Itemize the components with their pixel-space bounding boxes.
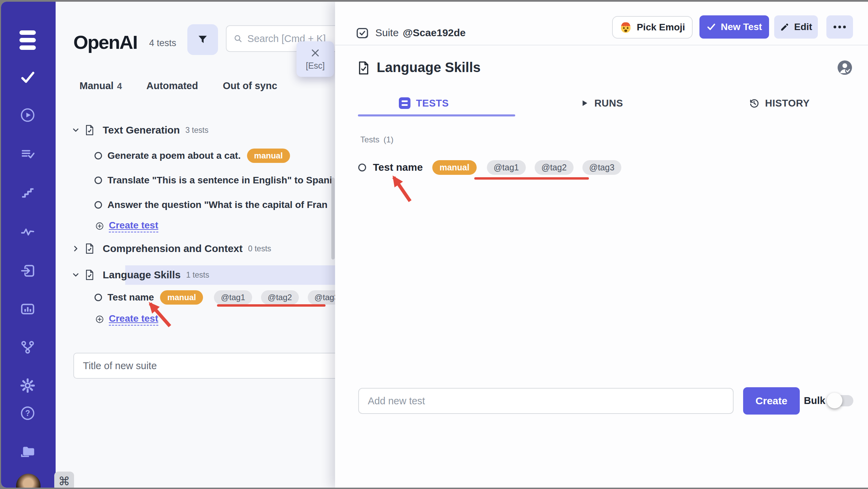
annotation-underline [474, 177, 589, 180]
file-check-icon [84, 124, 95, 136]
list-check-icon[interactable] [20, 146, 35, 162]
tag-pill[interactable]: @tag3 [582, 160, 621, 175]
tests-section-heading: Tests(1) [356, 133, 393, 145]
menu-icon[interactable] [19, 30, 36, 53]
tree-section-comprehension[interactable]: Comprehension and Context 0 tests [71, 239, 271, 258]
tree-test-row[interactable]: Generate a poem about a cat. manual [95, 146, 290, 165]
tests-count: (1) [384, 135, 393, 144]
command-key-badge[interactable]: ⌘ [54, 472, 74, 488]
suite-detail-panel: Suite@Scae192de Pick Emoji New Test Edit [335, 2, 868, 488]
section-title: Comprehension and Context [103, 243, 243, 254]
pick-emoji-button[interactable]: Pick Emoji [612, 16, 693, 39]
suite-prefix: Suite [375, 27, 399, 38]
chevron-down-icon[interactable] [71, 270, 80, 279]
svg-text:?: ? [25, 409, 30, 418]
tab-automated[interactable]: Automated [146, 80, 198, 92]
suite-title: Language Skills [377, 60, 481, 75]
user-avatar[interactable] [16, 474, 41, 488]
test-status-circle [95, 201, 102, 209]
history-clock-icon [749, 98, 760, 109]
test-status-circle [358, 164, 366, 171]
annotation-arrow [386, 170, 416, 204]
new-test-label: New Test [721, 22, 762, 32]
tree-section-text-generation[interactable]: Text Generation 3 tests [71, 121, 208, 140]
sidebar: ? [1, 2, 56, 488]
create-test-link[interactable]: Create test [109, 220, 158, 233]
create-test-row[interactable]: Create test [95, 216, 158, 236]
pencil-icon [780, 22, 790, 32]
new-test-button[interactable]: New Test [699, 15, 769, 39]
add-test-input[interactable] [358, 388, 734, 414]
close-panel-button[interactable]: [Esc] [296, 41, 334, 77]
esc-hint: [Esc] [306, 61, 325, 71]
bulk-toggle[interactable] [827, 392, 853, 409]
git-branch-icon[interactable] [20, 339, 35, 355]
app-window: ? OpenAI 4 tests [Esc] Manual4 Automated… [1, 2, 868, 488]
circle-plus-icon [95, 315, 104, 324]
test-status-circle [95, 294, 102, 301]
bar-chart-icon[interactable] [20, 301, 35, 317]
tree-section-language-skills[interactable]: Language Skills 1 tests [71, 265, 209, 284]
tag-pill[interactable]: @tag1 [487, 160, 526, 175]
test-name: Translate "This is a sentence in English… [107, 175, 332, 186]
tag-pill[interactable]: @tag1 [214, 290, 252, 305]
activity-icon[interactable] [20, 224, 35, 240]
new-suite-input[interactable] [73, 353, 339, 379]
section-count: 1 tests [186, 270, 209, 280]
suite-owner-avatar[interactable] [837, 60, 853, 75]
tree-test-row[interactable]: Translate "This is a sentence in English… [95, 171, 332, 190]
play-circle-icon[interactable] [20, 107, 35, 123]
test-status-circle [95, 152, 102, 159]
check-icon[interactable] [20, 69, 35, 85]
tag-pill[interactable]: @tag2 [261, 290, 299, 305]
file-check-icon [84, 243, 95, 254]
funnel-icon [197, 34, 208, 45]
tab-manual-count: 4 [117, 81, 122, 91]
tab-runs[interactable]: RUNS [513, 93, 691, 113]
suite-breadcrumb: Suite@Scae192de [375, 27, 466, 39]
suite-id: @Scae192de [403, 27, 465, 38]
play-icon [580, 99, 589, 108]
section-title: Language Skills [103, 269, 180, 281]
project-test-count: 4 tests [149, 38, 176, 48]
search-icon [233, 33, 243, 44]
sign-in-icon[interactable] [20, 263, 35, 279]
circle-plus-icon [95, 222, 104, 230]
annotation-arrow [143, 297, 175, 329]
more-actions-button[interactable] [826, 15, 853, 39]
manual-badge: manual [247, 149, 290, 163]
bulk-label: Bulk [804, 395, 825, 406]
tab-manual[interactable]: Manual4 [79, 80, 122, 92]
tab-out-of-sync[interactable]: Out of sync [223, 80, 277, 92]
header-divider [335, 45, 868, 45]
scrollbar-thumb[interactable] [331, 178, 335, 260]
annotation-underline [217, 304, 326, 307]
command-icon: ⌘ [58, 474, 70, 488]
test-name: Generate a poem about a cat. [107, 150, 241, 161]
ellipsis-icon [834, 26, 836, 28]
exploding-head-emoji [620, 21, 632, 33]
file-check-icon [357, 60, 370, 75]
filter-button[interactable] [187, 24, 218, 55]
tag-pill[interactable]: @tag2 [535, 160, 574, 175]
create-button[interactable]: Create [743, 387, 800, 415]
tree-test-row[interactable]: Answer the question "What is the capital… [95, 195, 328, 214]
suite-tab-bar: TESTS RUNS HISTORY [335, 93, 868, 113]
test-status-circle [95, 177, 102, 184]
steps-icon[interactable] [20, 185, 35, 201]
manual-badge: manual [432, 160, 477, 175]
gear-icon[interactable] [20, 378, 35, 393]
section-title: Text Generation [103, 124, 180, 136]
tab-tests[interactable]: TESTS [335, 93, 513, 113]
chevron-down-icon[interactable] [71, 126, 80, 135]
toggle-knob[interactable] [827, 393, 842, 408]
section-count: 0 tests [248, 244, 271, 253]
tab-history[interactable]: HISTORY [690, 93, 868, 113]
chevron-right-icon[interactable] [71, 244, 80, 253]
edit-button[interactable]: Edit [774, 15, 818, 39]
close-icon [310, 48, 320, 58]
help-icon[interactable]: ? [20, 405, 35, 421]
check-icon [707, 22, 716, 32]
folder-icon[interactable] [20, 443, 35, 459]
active-tab-underline [358, 114, 515, 116]
